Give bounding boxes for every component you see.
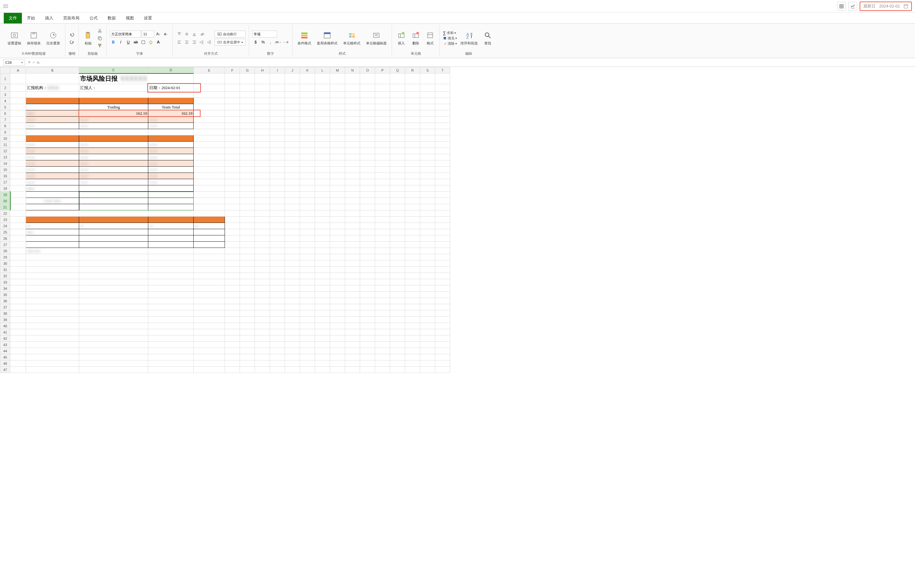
- align-left-button[interactable]: [176, 39, 183, 46]
- cell-E36[interactable]: [194, 298, 225, 304]
- cell-J9[interactable]: [285, 129, 300, 136]
- cell-T46[interactable]: [435, 360, 450, 367]
- cell-O12[interactable]: [360, 148, 375, 154]
- cell-H11[interactable]: [255, 142, 270, 148]
- cell-K30[interactable]: [300, 260, 315, 267]
- cell-J38[interactable]: [285, 310, 300, 317]
- cell-R26[interactable]: [405, 235, 420, 242]
- cell-O45[interactable]: [360, 354, 375, 360]
- cell-T21[interactable]: [435, 204, 450, 210]
- cell-H28[interactable]: [255, 248, 270, 254]
- formula-input[interactable]: [42, 60, 912, 66]
- cell-S44[interactable]: [420, 348, 435, 354]
- cell-N11[interactable]: [345, 142, 360, 148]
- cell-M37[interactable]: [330, 304, 345, 310]
- clear-button[interactable]: 清除▾: [443, 41, 457, 46]
- cell-B11[interactable]: xx.xx: [26, 142, 79, 148]
- cell-I31[interactable]: [270, 267, 285, 273]
- cell-N3[interactable]: [345, 92, 360, 98]
- cell-A25[interactable]: [10, 229, 26, 235]
- cell-I30[interactable]: [270, 260, 285, 267]
- cell-G21[interactable]: [240, 204, 255, 210]
- cell-N37[interactable]: [345, 304, 360, 310]
- cell-K41[interactable]: [300, 329, 315, 335]
- cell-K4[interactable]: [300, 98, 315, 104]
- cell-J32[interactable]: [285, 273, 300, 279]
- cell-K46[interactable]: [300, 360, 315, 367]
- cell-I16[interactable]: [270, 173, 285, 179]
- cell-Q5[interactable]: [390, 104, 405, 110]
- cell-T19[interactable]: [435, 192, 450, 198]
- cell-F13[interactable]: [225, 154, 240, 160]
- row-header-47[interactable]: 47: [0, 367, 10, 373]
- cell-R15[interactable]: [405, 166, 420, 173]
- cell-G17[interactable]: [240, 179, 255, 185]
- cell-T6[interactable]: [435, 110, 450, 116]
- cell-J16[interactable]: [285, 173, 300, 179]
- cell-Q23[interactable]: [390, 216, 405, 223]
- cell-A18[interactable]: [10, 185, 26, 192]
- cell-G42[interactable]: [240, 335, 255, 342]
- cell-D24[interactable]: xx: [148, 223, 194, 229]
- cell-H34[interactable]: [255, 285, 270, 292]
- cell-K42[interactable]: [300, 335, 315, 342]
- cell-C6[interactable]: 162.19: [79, 110, 148, 116]
- cell-F28[interactable]: [225, 248, 240, 254]
- cell-K20[interactable]: [300, 198, 315, 204]
- cell-H9[interactable]: [255, 129, 270, 136]
- cell-A46[interactable]: [10, 360, 26, 367]
- cell-K3[interactable]: [300, 92, 315, 98]
- cell-G32[interactable]: [240, 273, 255, 279]
- cell-T34[interactable]: [435, 285, 450, 292]
- cell-O16[interactable]: [360, 173, 375, 179]
- tab-view[interactable]: 视图: [121, 13, 139, 23]
- cell-J41[interactable]: [285, 329, 300, 335]
- cell-K29[interactable]: [300, 254, 315, 260]
- cell-A35[interactable]: [10, 292, 26, 298]
- cell-J17[interactable]: [285, 179, 300, 185]
- cell-C24[interactable]: xx: [79, 223, 148, 229]
- cell-M5[interactable]: [330, 104, 345, 110]
- cell-Q25[interactable]: [390, 229, 405, 235]
- cell-Q26[interactable]: [390, 235, 405, 242]
- cell-F17[interactable]: [225, 179, 240, 185]
- cell-O38[interactable]: [360, 310, 375, 317]
- cell-H18[interactable]: [255, 185, 270, 192]
- cell-B38[interactable]: [26, 310, 79, 317]
- cell-D29[interactable]: [148, 254, 194, 260]
- cell-I21[interactable]: [270, 204, 285, 210]
- cell-E20[interactable]: [194, 198, 225, 204]
- cell-Q38[interactable]: [390, 310, 405, 317]
- row-header-14[interactable]: 14: [0, 160, 10, 166]
- cell-M1[interactable]: [330, 73, 345, 84]
- cell-S14[interactable]: [420, 160, 435, 166]
- cell-G27[interactable]: [240, 242, 255, 248]
- cell-K31[interactable]: [300, 267, 315, 273]
- cell-S37[interactable]: [420, 304, 435, 310]
- tab-settings[interactable]: 设置: [139, 13, 157, 23]
- cell-B8[interactable]: xx.xx: [26, 123, 79, 129]
- table-format-button[interactable]: 套用表格样式: [315, 30, 339, 47]
- cell-F3[interactable]: [225, 92, 240, 98]
- cell-J45[interactable]: [285, 354, 300, 360]
- cell-P23[interactable]: [375, 216, 390, 223]
- cell-R1[interactable]: [405, 73, 420, 84]
- row-header-4[interactable]: 4: [0, 98, 10, 104]
- cell-P35[interactable]: [375, 292, 390, 298]
- cell-O23[interactable]: [360, 216, 375, 223]
- cell-O2[interactable]: [360, 84, 375, 92]
- cell-Q27[interactable]: [390, 242, 405, 248]
- cell-C5[interactable]: Trading: [79, 104, 148, 110]
- row-header-11[interactable]: 11: [0, 142, 10, 148]
- cell-N35[interactable]: [345, 292, 360, 298]
- cell-D37[interactable]: [148, 304, 194, 310]
- cell-P8[interactable]: [375, 123, 390, 129]
- cell-T29[interactable]: [435, 254, 450, 260]
- cell-B44[interactable]: [26, 348, 79, 354]
- row-header-18[interactable]: 18: [0, 185, 10, 192]
- cell-J43[interactable]: [285, 342, 300, 348]
- fill-button[interactable]: 填充▾: [443, 36, 457, 40]
- cell-P17[interactable]: [375, 179, 390, 185]
- cell-T33[interactable]: [435, 279, 450, 285]
- cell-E24[interactable]: xx: [194, 223, 225, 229]
